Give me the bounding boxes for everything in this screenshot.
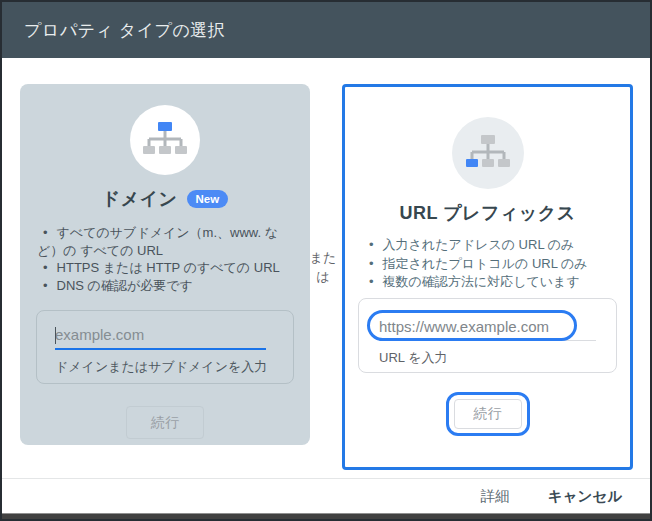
dialog-header: プロパティ タイプの選択 xyxy=(2,2,650,58)
url-prefix-card-title: URL プレフィックス xyxy=(399,201,575,225)
footer-divider xyxy=(2,478,650,479)
url-input-box: URL を入力 xyxy=(358,298,617,373)
footer-links: 詳細 キャンセル xyxy=(481,487,622,506)
dialog-title: プロパティ タイプの選択 xyxy=(24,19,225,42)
cancel-button[interactable]: キャンセル xyxy=(548,487,622,506)
domain-input-box: ドメインまたはサブドメインを入力 xyxy=(36,310,294,384)
domain-continue-button[interactable]: 続行 xyxy=(126,406,204,439)
url-prefix-bullet: 複数の確認方法に対応しています xyxy=(363,273,612,292)
text-caret xyxy=(55,327,56,344)
details-link[interactable]: 詳細 xyxy=(481,487,510,506)
url-prefix-continue-button[interactable]: 続行 xyxy=(454,399,522,429)
url-prefix-bullet: 指定されたプロトコルの URL のみ xyxy=(363,255,612,274)
or-label: または xyxy=(306,248,340,286)
domain-property-card[interactable]: ドメイン New すべてのサブドメイン（m.、www. など）の すべての UR… xyxy=(20,84,310,445)
sitemap-url-prefix-icon xyxy=(466,135,510,171)
url-prefix-bullet-list: 入力されたアドレスの URL のみ 指定されたプロトコルの URL のみ 複数の… xyxy=(363,236,612,292)
domain-card-title: ドメイン xyxy=(102,187,178,211)
url-prefix-icon-circle xyxy=(452,117,524,189)
new-badge: New xyxy=(187,190,229,208)
url-prefix-bullet: 入力されたアドレスの URL のみ xyxy=(363,236,612,255)
url-prefix-property-card[interactable]: URL プレフィックス 入力されたアドレスの URL のみ 指定されたプロトコル… xyxy=(342,84,633,470)
property-type-dialog: プロパティ タイプの選択 ドメイン New すべてのサブドメイン（m.、www.… xyxy=(0,0,652,521)
domain-bullet-list: すべてのサブドメイン（m.、www. など）の すべての URL HTTPS ま… xyxy=(37,224,293,294)
domain-input-helper: ドメインまたはサブドメインを入力 xyxy=(55,358,275,376)
domain-bullet: DNS の確認が必要です xyxy=(37,277,293,295)
domain-bullet: HTTPS または HTTP のすべての URL xyxy=(37,259,293,277)
url-input-helper: URL を入力 xyxy=(379,349,596,367)
window-bottom-edge xyxy=(2,513,650,519)
domain-bullet: すべてのサブドメイン（m.、www. など）の すべての URL xyxy=(37,224,293,259)
domain-icon-circle xyxy=(130,105,200,175)
sitemap-domain-icon xyxy=(143,122,187,158)
url-input[interactable] xyxy=(379,318,596,341)
domain-input[interactable] xyxy=(55,326,266,350)
